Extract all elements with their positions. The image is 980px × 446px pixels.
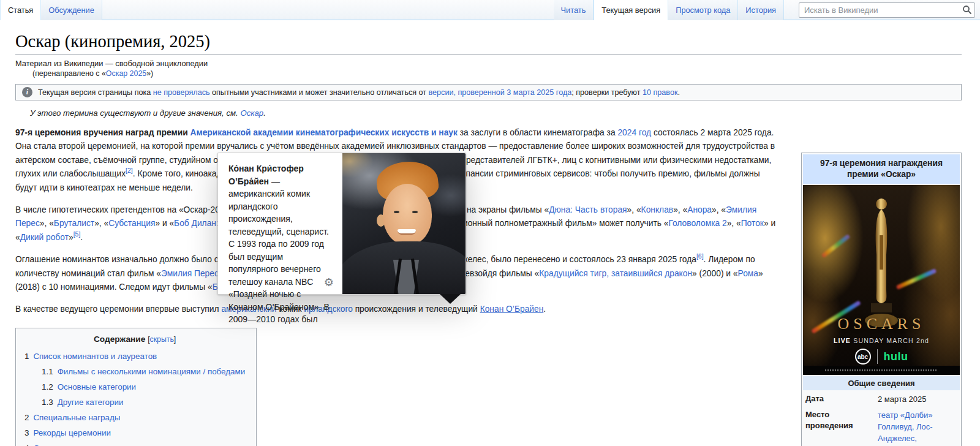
link[interactable]: Конан О’Брайен [480, 304, 544, 314]
link[interactable]: 10 правок [643, 88, 677, 97]
toc-link[interactable]: Рекорды церемонии [33, 428, 110, 437]
toc-number: 3 [24, 428, 29, 437]
hulu-logo: hulu [884, 350, 908, 363]
toc-header: Содержание [скрыть] [24, 334, 245, 344]
link[interactable]: Анора [687, 205, 712, 214]
popup-pointer [440, 294, 461, 304]
toc-item[interactable]: 1Список номинантов и лауреатов [24, 349, 245, 364]
link[interactable]: Бруталист [54, 219, 94, 228]
link[interactable]: версии, проверенной 3 марта 2025 года [429, 88, 572, 97]
infobox-row: Место проведениятеатр «Долби» Голливуд, … [803, 406, 960, 446]
tab-view-source[interactable]: Просмотр кода [668, 0, 738, 20]
tab-read[interactable]: Читать [554, 0, 594, 20]
text: происхождения и телеведущий [353, 304, 480, 314]
search-input[interactable] [799, 2, 975, 18]
text: опытными участниками и может значительно… [210, 88, 429, 97]
toc-link[interactable]: Список номинантов и лауреатов [33, 352, 157, 361]
text: », « [727, 219, 741, 228]
toc-link[interactable]: Фильмы с несколькими номинациями / побед… [58, 367, 246, 376]
toc-item[interactable]: 1.1Фильмы с несколькими номинациями / по… [42, 364, 245, 379]
search-box [799, 2, 975, 18]
toc-item[interactable]: 4См. также [24, 440, 245, 446]
toc-item[interactable]: 3Рекорды церемонии [24, 425, 245, 440]
toc-hide-toggle[interactable]: скрыть [150, 335, 174, 344]
link[interactable]: Конклав [641, 205, 674, 214]
footnote-ref[interactable]: [2] [126, 167, 133, 175]
link[interactable]: Эмилия Перес [161, 269, 219, 278]
text: ; проверки требуют [571, 88, 643, 97]
oscars-poster-image[interactable]: OSCARS LIVE SUNDAY MARCH 2nd abc hulu [803, 185, 960, 375]
link[interactable]: Субстанция [108, 219, 155, 228]
gear-icon[interactable]: ⚙ [324, 277, 334, 288]
toc-link[interactable]: Другие категории [58, 398, 124, 407]
notice-text: Текущая версия страницы пока не проверял… [38, 88, 680, 97]
photo-face [383, 184, 432, 245]
tab-article[interactable]: Статья [0, 0, 41, 20]
link[interactable]: , [912, 422, 916, 431]
link[interactable]: театр «Долби» [878, 410, 932, 420]
toc-number: 1 [24, 352, 29, 361]
text: Текущая версия страницы пока [38, 88, 153, 97]
text: В качестве ведущего церемонии впервые вы… [15, 304, 221, 314]
toc-number: 2 [24, 413, 29, 422]
toc-title: Содержание [94, 334, 145, 344]
text: . [80, 233, 83, 242]
text: 2 марта 2025 [878, 395, 927, 404]
text: . [263, 108, 266, 118]
text: Ко́нан Кри́стофер О’Бра́йен [228, 164, 304, 186]
redirect-link[interactable]: Оскар 2025 [106, 69, 146, 78]
toc-item[interactable]: 2Специальные награды [24, 410, 245, 425]
link[interactable]: Головоломка 2 [668, 219, 726, 228]
toc-item[interactable]: 1.3Другие категории [42, 395, 245, 410]
poster-fineprint [803, 366, 960, 375]
toc-number: 1.2 [42, 382, 53, 391]
infobox-value: театр «Долби» Голливуд, Лос-Анджелес, Ка… [878, 409, 957, 446]
link[interactable]: , [914, 434, 917, 443]
text: », « [673, 205, 687, 214]
text: — американский комик ирландского происхо… [228, 176, 330, 325]
rainbow-streak [896, 268, 937, 290]
link[interactable]: Крадущийся тигр, затаившийся дракон [539, 269, 692, 278]
text: », « [94, 219, 108, 228]
site-subtitle: Материал из Википедии — свободной энцикл… [15, 59, 962, 68]
preview-extract: Ко́нан Кри́стофер О’Бра́йен — американск… [218, 153, 342, 294]
footnote-ref[interactable]: [6] [696, 253, 704, 260]
tab-current-version[interactable]: Текущая версия [594, 0, 668, 20]
footnote-ref[interactable]: [5] [74, 230, 81, 238]
link[interactable]: Дюна: Часть вторая [549, 205, 627, 214]
info-icon: i [22, 87, 32, 97]
search-icon[interactable] [962, 5, 972, 15]
page-title: Оскар (кинопремия, 2025) [15, 32, 962, 55]
text: 97-я церемония вручения наград премии [15, 128, 190, 137]
text: за заслуги в области кинематографа за [458, 128, 617, 137]
toc-link[interactable]: Специальные награды [33, 413, 120, 422]
tab-talk[interactable]: Обсуждение [41, 0, 102, 20]
toc-link[interactable]: Основные категории [58, 382, 136, 391]
page-content: Оскар (кинопремия, 2025) Материал из Вик… [0, 32, 980, 446]
infobox-value: 2 марта 2025 [878, 393, 957, 405]
namespace-tabs: Статья Обсуждение [0, 0, 102, 20]
infobox-label: Дата [805, 393, 878, 404]
link[interactable]: Оскар [240, 108, 263, 118]
link[interactable]: Рома [738, 269, 758, 278]
link[interactable]: 2024 год [617, 128, 651, 137]
text: У этого термина существуют и другие знач… [30, 108, 240, 118]
toc-item[interactable]: 1.2Основные категории [42, 379, 245, 395]
toc-link[interactable]: См. также [33, 444, 71, 446]
tab-history[interactable]: История [738, 0, 784, 20]
view-tabs: Читать Текущая версия Просмотр кода Исто… [554, 0, 784, 20]
link[interactable]: не проверялась [153, 88, 210, 97]
text: » (2000) и « [692, 269, 737, 278]
text: . [543, 304, 546, 314]
link[interactable]: Дикий робот [20, 233, 69, 242]
logo-divider [877, 349, 878, 364]
toc-list: 1Список номинантов и лауреатов1.1Фильмы … [24, 349, 245, 446]
link[interactable]: Поток [741, 219, 764, 228]
infobox-row: Дата2 марта 2025 [803, 390, 960, 406]
link[interactable]: Американской академии кинематографически… [190, 128, 458, 137]
poster-airdate: LIVE SUNDAY MARCH 2nd [803, 337, 960, 344]
text: », « [712, 205, 726, 214]
redirect-suffix: ») [146, 69, 153, 78]
link[interactable]: Голливуд [878, 422, 912, 431]
text: », « [40, 219, 54, 228]
